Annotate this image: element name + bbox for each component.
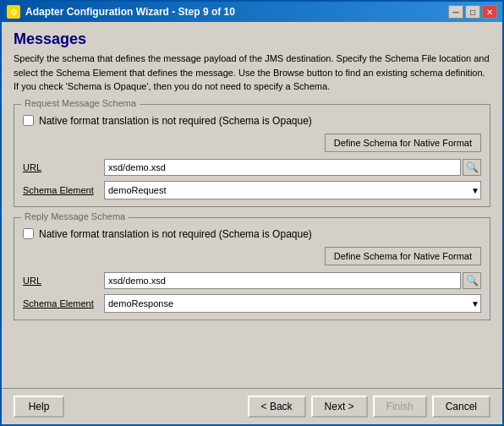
request-schema-element-label: Schema Element [23,185,99,195]
reply-url-row: URL 🔍 [23,272,481,289]
reply-url-browse-button[interactable]: 🔍 [463,272,481,289]
request-url-input-wrap: 🔍 [104,159,481,176]
request-url-input[interactable] [104,159,461,176]
reply-url-input-wrap: 🔍 [104,272,481,289]
request-url-label: URL [23,162,99,172]
magnify-icon: 🔍 [466,161,479,173]
request-schema-group: Request Message Schema Native format tra… [14,104,490,207]
reply-schema-legend: Reply Message Schema [21,211,129,221]
footer: Help < Back Next > Finish Cancel [2,388,502,424]
request-define-btn-row: Define Schema for Native Format [23,134,481,156]
reply-magnify-icon: 🔍 [466,275,479,287]
app-icon: ⚙ [7,5,20,19]
title-bar-controls: ─ □ ✕ [448,5,497,19]
request-url-browse-button[interactable]: 🔍 [463,159,481,176]
top-section: Messages Specify the schema that defines… [14,30,490,94]
reply-opaque-checkbox[interactable] [23,228,34,239]
request-schema-element-select[interactable]: demoRequest [104,181,481,199]
page-description: Specify the schema that defines the mess… [14,52,490,94]
reply-opaque-label: Native format translation is not require… [39,228,312,240]
reply-url-label: URL [23,276,99,286]
cancel-button[interactable]: Cancel [432,396,490,418]
reply-schema-element-select-wrap: demoResponse ▼ [104,294,481,313]
close-button[interactable]: ✕ [482,5,497,19]
request-schema-element-row: Schema Element demoRequest ▼ [23,181,481,199]
footer-left: Help [14,396,64,418]
request-opaque-checkbox[interactable] [23,115,34,126]
request-url-row: URL 🔍 [23,159,481,176]
request-schema-element-select-wrap: demoRequest ▼ [104,181,481,199]
finish-button[interactable]: Finish [373,396,427,418]
main-window: ⚙ Adapter Configuration Wizard - Step 9 … [0,0,504,426]
reply-schema-element-row: Schema Element demoResponse ▼ [23,294,481,313]
window-title: Adapter Configuration Wizard - Step 9 of… [25,6,235,18]
request-define-schema-button[interactable]: Define Schema for Native Format [325,134,481,152]
content-area: Messages Specify the schema that defines… [2,22,502,388]
maximize-button[interactable]: □ [465,5,480,19]
reply-schema-fields: URL 🔍 Schema Element demoResponse [23,272,481,313]
request-schema-legend: Request Message Schema [21,98,140,108]
request-schema-fields: URL 🔍 Schema Element demoRequest [23,159,481,199]
back-button[interactable]: < Back [248,396,306,418]
page-title: Messages [14,30,490,48]
help-button[interactable]: Help [14,396,64,418]
reply-define-btn-row: Define Schema for Native Format [23,247,481,269]
reply-schema-element-label: Schema Element [23,298,99,309]
footer-right: < Back Next > Finish Cancel [248,396,490,418]
title-bar-left: ⚙ Adapter Configuration Wizard - Step 9 … [7,5,235,19]
reply-url-input[interactable] [104,272,461,289]
reply-schema-group: Reply Message Schema Native format trans… [14,217,490,320]
reply-schema-element-select[interactable]: demoResponse [104,294,481,313]
minimize-button[interactable]: ─ [448,5,463,19]
reply-opaque-row: Native format translation is not require… [23,228,481,240]
reply-define-schema-button[interactable]: Define Schema for Native Format [325,247,481,265]
next-button[interactable]: Next > [311,396,368,418]
request-opaque-row: Native format translation is not require… [23,115,481,127]
request-opaque-label: Native format translation is not require… [39,115,312,127]
title-bar: ⚙ Adapter Configuration Wizard - Step 9 … [2,2,502,22]
